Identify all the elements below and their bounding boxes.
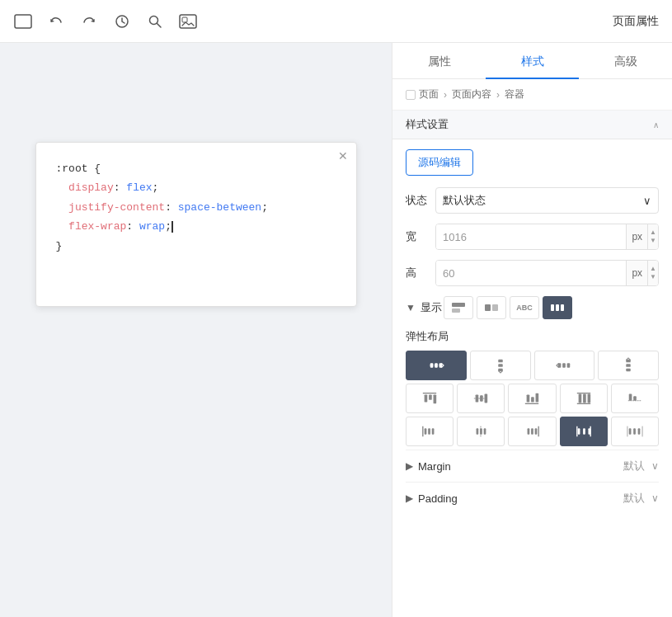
svg-rect-18 [498, 364, 502, 367]
svg-rect-60 [577, 428, 580, 434]
redo-button[interactable] [79, 12, 99, 31]
image-icon[interactable] [178, 12, 198, 31]
svg-rect-10 [551, 304, 554, 311]
breadcrumb-sep-2: › [496, 89, 500, 101]
svg-rect-6 [452, 303, 465, 307]
svg-rect-49 [432, 428, 435, 434]
display-label: 显示 [421, 300, 442, 315]
svg-rect-37 [536, 393, 539, 403]
display-option-flex[interactable] [543, 296, 572, 319]
flex-direction-row [406, 351, 659, 380]
margin-row[interactable]: ▶ Margin 默认 ∨ [406, 450, 659, 482]
height-down-arrow[interactable]: ▼ [650, 273, 656, 281]
height-input[interactable] [436, 261, 626, 285]
breadcrumb-container[interactable]: 容器 [505, 87, 524, 101]
flex-btn-align-baseline[interactable] [611, 384, 659, 413]
height-control: px ▲ ▼ [435, 260, 659, 286]
svg-rect-47 [425, 428, 427, 434]
padding-row[interactable]: ▶ Padding 默认 ∨ [406, 482, 659, 514]
svg-rect-17 [498, 360, 502, 363]
flex-btn-align-start[interactable] [406, 384, 453, 413]
flex-align-row [406, 384, 659, 413]
width-up-arrow[interactable]: ▲ [650, 228, 656, 237]
svg-rect-55 [528, 428, 530, 434]
section-title: 样式设置 [406, 117, 449, 132]
breadcrumb-page-content[interactable]: 页面内容 [452, 87, 491, 101]
flex-btn-row-reverse[interactable] [534, 351, 595, 380]
svg-rect-21 [563, 363, 566, 367]
flex-btn-col[interactable] [470, 351, 531, 380]
svg-rect-9 [492, 304, 498, 311]
margin-expand-icon: ▶ [406, 460, 413, 472]
svg-rect-65 [638, 428, 641, 434]
display-option-inline[interactable]: ABC [510, 296, 539, 319]
flex-btn-col-reverse[interactable] [598, 351, 659, 380]
breadcrumb-checkbox [406, 90, 416, 100]
svg-rect-40 [578, 394, 581, 403]
flex-btn-justify-center[interactable] [457, 417, 505, 446]
svg-rect-64 [633, 428, 636, 434]
toolbar: 页面属性 [0, 0, 672, 43]
flex-btn-justify-end[interactable] [508, 417, 556, 446]
svg-rect-63 [629, 428, 632, 434]
width-input[interactable] [436, 224, 626, 249]
code-content[interactable]: :root { display: flex; justify-content: … [36, 143, 356, 272]
tab-style[interactable]: 样式 [486, 46, 579, 79]
code-line-3: justify-content: space-between; [56, 198, 336, 217]
width-down-arrow[interactable]: ▼ [650, 237, 656, 245]
code-editor-popup: ✕ :root { display: flex; justify-content… [35, 142, 357, 307]
svg-rect-11 [556, 304, 559, 311]
breadcrumb-item-page: 页面 [406, 87, 439, 101]
tab-advanced[interactable]: 高级 [579, 46, 672, 79]
svg-rect-62 [588, 428, 590, 434]
padding-value: 默认 [623, 491, 645, 506]
state-select[interactable]: 默认状态 ∨ [435, 187, 659, 214]
height-arrows: ▲ ▼ [647, 261, 658, 285]
tab-properties[interactable]: 属性 [392, 46, 486, 79]
history-icon[interactable] [112, 12, 132, 31]
display-option-block[interactable] [444, 296, 473, 319]
flex-btn-align-stretch[interactable] [560, 384, 608, 413]
width-label: 宽 [406, 229, 435, 244]
panel-body: 源码编辑 状态 默认状态 ∨ 宽 px [392, 139, 672, 617]
tablet-icon[interactable] [13, 12, 33, 31]
svg-rect-24 [626, 364, 630, 367]
page-properties-button[interactable]: 页面属性 [613, 14, 659, 29]
svg-rect-56 [532, 428, 534, 434]
state-value: 默认状态 [443, 193, 486, 208]
height-label: 高 [406, 266, 435, 280]
flex-btn-justify-start[interactable] [406, 417, 453, 446]
breadcrumb-sep-1: › [444, 89, 447, 101]
svg-rect-42 [587, 394, 590, 403]
svg-line-3 [157, 23, 162, 27]
margin-label: Margin [418, 460, 623, 473]
svg-rect-29 [434, 394, 437, 403]
flex-btn-align-end[interactable] [508, 384, 556, 413]
svg-rect-0 [15, 15, 31, 28]
svg-rect-31 [476, 394, 479, 402]
source-code-button[interactable]: 源码编辑 [406, 149, 473, 176]
display-toggle-icon[interactable]: ▼ [406, 302, 416, 313]
close-button[interactable]: ✕ [336, 149, 350, 162]
display-options: ABC [444, 296, 659, 319]
height-up-arrow[interactable]: ▲ [650, 265, 656, 273]
flex-btn-justify-space-around[interactable] [611, 417, 659, 446]
svg-rect-61 [583, 428, 585, 434]
display-option-inline-block[interactable] [477, 296, 506, 319]
flex-btn-justify-space-between[interactable] [560, 417, 608, 446]
search-icon[interactable] [145, 12, 165, 31]
padding-expand-icon: ▶ [406, 492, 413, 504]
collapse-arrow[interactable]: ∧ [653, 120, 659, 130]
svg-rect-7 [452, 308, 460, 313]
flex-btn-align-center[interactable] [457, 384, 505, 413]
svg-rect-57 [535, 428, 538, 434]
undo-button[interactable] [46, 12, 66, 31]
code-line-1: :root { [56, 159, 336, 178]
svg-rect-53 [484, 428, 486, 434]
svg-rect-51 [477, 428, 479, 434]
breadcrumb-page-label[interactable]: 页面 [419, 87, 439, 101]
right-panel: 属性 样式 高级 页面 › 页面内容 › 容器 样式设置 ∧ 源码编辑 [392, 43, 672, 617]
flex-btn-row[interactable] [406, 351, 467, 380]
svg-rect-12 [561, 304, 564, 311]
svg-rect-35 [527, 394, 530, 402]
